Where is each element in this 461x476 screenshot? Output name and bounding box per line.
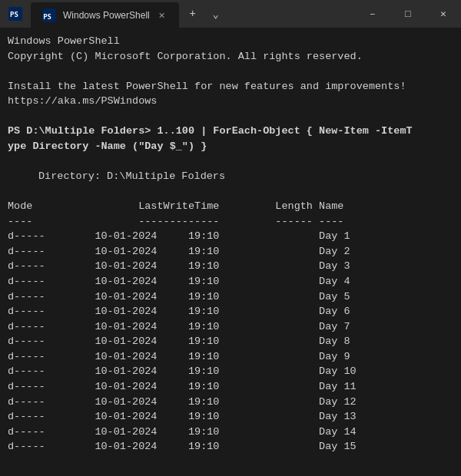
- table-separator: ---- ------------- ------ ----: [8, 214, 453, 230]
- table-row-3: d----- 10-01-2024 19:10 Day 3: [8, 259, 453, 274]
- table-row-5: d----- 10-01-2024 19:10 Day 5: [8, 289, 453, 305]
- powershell-window: PS PS Windows PowerShell ✕ +: [0, 0, 461, 476]
- tab-icon: PS: [41, 8, 57, 23]
- table-row-9: d----- 10-01-2024 19:10 Day 9: [8, 349, 453, 365]
- table-row-12: d----- 10-01-2024 19:10 Day 12: [8, 395, 453, 410]
- table-row-1: d----- 10-01-2024 19:10 Day 1: [8, 229, 453, 244]
- line-copyright: Copyright (C) Microsoft Corporation. All…: [8, 49, 453, 64]
- line-url: https://aka.ms/PSWindows: [8, 94, 453, 109]
- line-empty-2: [8, 109, 453, 124]
- tab-bar: PS Windows PowerShell ✕ + ⌄: [31, 1, 227, 27]
- directory-label: Directory: D:\Multiple Folders: [8, 169, 453, 184]
- svg-text:PS: PS: [43, 13, 51, 21]
- command-wrap: ype Directory -Name ("Day $_") }: [8, 140, 207, 152]
- window-controls: – □ ✕: [355, 0, 461, 28]
- table-row-4: d----- 10-01-2024 19:10 Day 4: [8, 274, 453, 289]
- tab-actions: + ⌄: [182, 3, 227, 25]
- table-row-13: d----- 10-01-2024 19:10 Day 13: [8, 409, 453, 425]
- titlebar-left: PS PS Windows PowerShell ✕ +: [0, 1, 355, 27]
- line-empty-1: [8, 64, 453, 79]
- tab-dropdown-button[interactable]: ⌄: [205, 3, 227, 25]
- table-row-14: d----- 10-01-2024 19:10 Day 14: [8, 425, 453, 440]
- line-install: Install the latest PowerShell for new fe…: [8, 79, 453, 94]
- tab-close-button[interactable]: ✕: [156, 9, 168, 21]
- table-row-11: d----- 10-01-2024 19:10 Day 11: [8, 379, 453, 395]
- line-empty-3: [8, 154, 453, 170]
- line-command: PS D:\Multiple Folders> 1..100 | ForEach…: [8, 124, 453, 154]
- table-row-10: d----- 10-01-2024 19:10 Day 10: [8, 364, 453, 379]
- command-text: PS D:\Multiple Folders> 1..100 | ForEach…: [8, 125, 413, 137]
- terminal-output[interactable]: Windows PowerShell Copyright (C) Microso…: [0, 28, 461, 476]
- line-title: Windows PowerShell: [8, 34, 453, 49]
- powershell-icon: PS: [8, 6, 23, 21]
- line-empty-4: [8, 184, 453, 200]
- maximize-button[interactable]: □: [390, 0, 426, 28]
- table-header: Mode LastWriteTime Length Name: [8, 199, 453, 214]
- table-row-7: d----- 10-01-2024 19:10 Day 7: [8, 319, 453, 335]
- table-row-15: d----- 10-01-2024 19:10 Day 15: [8, 439, 453, 455]
- tab-powershell[interactable]: PS Windows PowerShell ✕: [31, 2, 179, 28]
- table-row-8: d----- 10-01-2024 19:10 Day 8: [8, 334, 453, 349]
- tab-label: Windows PowerShell: [63, 10, 150, 21]
- titlebar: PS PS Windows PowerShell ✕ +: [0, 0, 461, 28]
- new-tab-button[interactable]: +: [182, 3, 204, 25]
- table-row-6: d----- 10-01-2024 19:10 Day 6: [8, 304, 453, 319]
- table-row-2: d----- 10-01-2024 19:10 Day 2: [8, 244, 453, 259]
- minimize-button[interactable]: –: [355, 0, 390, 28]
- svg-text:PS: PS: [10, 11, 18, 18]
- close-button[interactable]: ✕: [426, 0, 461, 28]
